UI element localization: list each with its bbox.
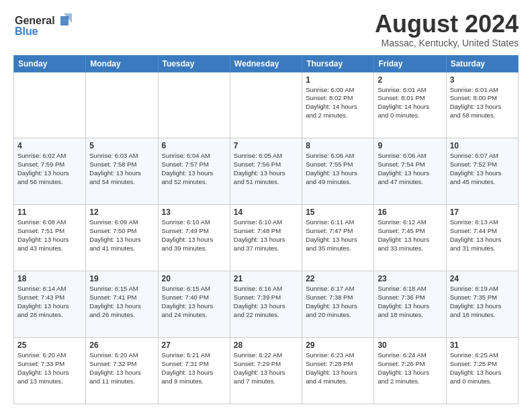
- day-cell: 8Sunrise: 6:06 AMSunset: 7:55 PMDaylight…: [302, 138, 374, 205]
- weekday-header-tuesday: Tuesday: [158, 55, 230, 72]
- day-cell: 21Sunrise: 6:16 AMSunset: 7:39 PMDayligh…: [230, 271, 302, 338]
- day-cell: 6Sunrise: 6:04 AMSunset: 7:57 PMDaylight…: [158, 138, 230, 205]
- weekday-header-row: SundayMondayTuesdayWednesdayThursdayFrid…: [14, 55, 519, 72]
- day-info: Sunrise: 6:02 AMSunset: 7:59 PMDaylight:…: [17, 152, 69, 185]
- day-info: Sunrise: 6:15 AMSunset: 7:41 PMDaylight:…: [89, 285, 141, 318]
- day-cell: 31Sunrise: 6:25 AMSunset: 7:25 PMDayligh…: [446, 338, 518, 404]
- day-number: 2: [378, 75, 442, 85]
- weekday-header-monday: Monday: [86, 55, 158, 72]
- day-number: 23: [378, 274, 442, 283]
- day-info: Sunrise: 6:23 AMSunset: 7:28 PMDaylight:…: [306, 351, 357, 384]
- day-number: 30: [378, 340, 442, 350]
- day-number: 5: [89, 141, 154, 150]
- day-info: Sunrise: 6:05 AMSunset: 7:56 PMDaylight:…: [234, 152, 285, 185]
- day-number: 24: [450, 274, 515, 283]
- day-info: Sunrise: 6:12 AMSunset: 7:45 PMDaylight:…: [378, 218, 429, 251]
- day-info: Sunrise: 6:01 AMSunset: 8:01 PMDaylight:…: [378, 86, 429, 119]
- day-info: Sunrise: 6:08 AMSunset: 7:51 PMDaylight:…: [17, 218, 69, 251]
- day-info: Sunrise: 6:24 AMSunset: 7:26 PMDaylight:…: [378, 351, 429, 384]
- day-cell: 24Sunrise: 6:19 AMSunset: 7:35 PMDayligh…: [446, 271, 518, 338]
- day-number: 28: [234, 340, 298, 350]
- logo-icon: General Blue: [13, 11, 74, 40]
- day-cell: [14, 72, 86, 138]
- day-cell: 10Sunrise: 6:07 AMSunset: 7:52 PMDayligh…: [446, 138, 518, 205]
- day-cell: 17Sunrise: 6:13 AMSunset: 7:44 PMDayligh…: [446, 205, 518, 271]
- day-number: 16: [378, 208, 442, 217]
- day-cell: [230, 72, 302, 138]
- day-info: Sunrise: 6:18 AMSunset: 7:36 PMDaylight:…: [378, 285, 429, 318]
- day-number: 15: [306, 208, 370, 217]
- day-number: 14: [234, 208, 298, 217]
- day-number: 25: [17, 340, 82, 350]
- day-info: Sunrise: 6:20 AMSunset: 7:32 PMDaylight:…: [89, 351, 141, 384]
- logo: General Blue: [13, 11, 74, 43]
- day-info: Sunrise: 6:07 AMSunset: 7:52 PMDaylight:…: [450, 152, 502, 185]
- day-number: 27: [162, 340, 226, 350]
- day-cell: 3Sunrise: 6:01 AMSunset: 8:00 PMDaylight…: [446, 72, 518, 138]
- calendar-table: SundayMondayTuesdayWednesdayThursdayFrid…: [13, 55, 519, 404]
- day-cell: 1Sunrise: 6:00 AMSunset: 8:02 PMDaylight…: [302, 72, 374, 138]
- day-info: Sunrise: 6:17 AMSunset: 7:38 PMDaylight:…: [306, 285, 357, 318]
- weekday-header-saturday: Saturday: [446, 55, 518, 72]
- day-number: 26: [89, 340, 154, 350]
- day-cell: 29Sunrise: 6:23 AMSunset: 7:28 PMDayligh…: [302, 338, 374, 404]
- weekday-header-sunday: Sunday: [14, 55, 86, 72]
- day-info: Sunrise: 6:00 AMSunset: 8:02 PMDaylight:…: [306, 86, 357, 119]
- day-info: Sunrise: 6:10 AMSunset: 7:49 PMDaylight:…: [162, 218, 214, 251]
- day-number: 19: [89, 274, 154, 283]
- day-number: 6: [162, 141, 226, 150]
- day-info: Sunrise: 6:09 AMSunset: 7:50 PMDaylight:…: [89, 218, 141, 251]
- day-number: 18: [17, 274, 82, 283]
- week-row-1: 1Sunrise: 6:00 AMSunset: 8:02 PMDaylight…: [14, 72, 519, 138]
- day-cell: 2Sunrise: 6:01 AMSunset: 8:01 PMDaylight…: [374, 72, 446, 138]
- day-info: Sunrise: 6:13 AMSunset: 7:44 PMDaylight:…: [450, 218, 502, 251]
- day-cell: 25Sunrise: 6:20 AMSunset: 7:33 PMDayligh…: [14, 338, 86, 404]
- day-info: Sunrise: 6:19 AMSunset: 7:35 PMDaylight:…: [450, 285, 502, 318]
- day-cell: 27Sunrise: 6:21 AMSunset: 7:31 PMDayligh…: [158, 338, 230, 404]
- day-info: Sunrise: 6:20 AMSunset: 7:33 PMDaylight:…: [17, 351, 69, 384]
- day-number: 4: [17, 141, 82, 150]
- day-number: 31: [450, 340, 515, 350]
- day-cell: [86, 72, 158, 138]
- day-number: 22: [306, 274, 370, 283]
- day-cell: 28Sunrise: 6:22 AMSunset: 7:29 PMDayligh…: [230, 338, 302, 404]
- day-number: 13: [162, 208, 226, 217]
- day-info: Sunrise: 6:15 AMSunset: 7:40 PMDaylight:…: [162, 285, 214, 318]
- month-year-title: August 2024: [375, 11, 519, 38]
- day-info: Sunrise: 6:10 AMSunset: 7:48 PMDaylight:…: [234, 218, 285, 251]
- day-number: 1: [306, 75, 370, 85]
- day-cell: 16Sunrise: 6:12 AMSunset: 7:45 PMDayligh…: [374, 205, 446, 271]
- day-cell: 11Sunrise: 6:08 AMSunset: 7:51 PMDayligh…: [14, 205, 86, 271]
- weekday-header-friday: Friday: [374, 55, 446, 72]
- day-number: 21: [234, 274, 298, 283]
- day-info: Sunrise: 6:06 AMSunset: 7:55 PMDaylight:…: [306, 152, 357, 185]
- day-cell: 13Sunrise: 6:10 AMSunset: 7:49 PMDayligh…: [158, 205, 230, 271]
- day-cell: 26Sunrise: 6:20 AMSunset: 7:32 PMDayligh…: [86, 338, 158, 404]
- day-cell: 7Sunrise: 6:05 AMSunset: 7:56 PMDaylight…: [230, 138, 302, 205]
- svg-text:Blue: Blue: [15, 26, 38, 37]
- page: General Blue August 2024 Massac, Kentuck…: [0, 0, 532, 411]
- day-info: Sunrise: 6:16 AMSunset: 7:39 PMDaylight:…: [234, 285, 285, 318]
- day-cell: 23Sunrise: 6:18 AMSunset: 7:36 PMDayligh…: [374, 271, 446, 338]
- day-info: Sunrise: 6:03 AMSunset: 7:58 PMDaylight:…: [89, 152, 141, 185]
- day-cell: 9Sunrise: 6:06 AMSunset: 7:54 PMDaylight…: [374, 138, 446, 205]
- weekday-header-wednesday: Wednesday: [230, 55, 302, 72]
- day-cell: 19Sunrise: 6:15 AMSunset: 7:41 PMDayligh…: [86, 271, 158, 338]
- day-cell: 18Sunrise: 6:14 AMSunset: 7:43 PMDayligh…: [14, 271, 86, 338]
- svg-marker-2: [60, 16, 69, 26]
- day-cell: 30Sunrise: 6:24 AMSunset: 7:26 PMDayligh…: [374, 338, 446, 404]
- week-row-2: 4Sunrise: 6:02 AMSunset: 7:59 PMDaylight…: [14, 138, 519, 205]
- day-info: Sunrise: 6:04 AMSunset: 7:57 PMDaylight:…: [162, 152, 214, 185]
- weekday-header-thursday: Thursday: [302, 55, 374, 72]
- day-number: 11: [17, 208, 82, 217]
- day-info: Sunrise: 6:21 AMSunset: 7:31 PMDaylight:…: [162, 351, 214, 384]
- week-row-4: 18Sunrise: 6:14 AMSunset: 7:43 PMDayligh…: [14, 271, 519, 338]
- day-info: Sunrise: 6:14 AMSunset: 7:43 PMDaylight:…: [17, 285, 69, 318]
- day-cell: 14Sunrise: 6:10 AMSunset: 7:48 PMDayligh…: [230, 205, 302, 271]
- day-info: Sunrise: 6:25 AMSunset: 7:25 PMDaylight:…: [450, 351, 502, 384]
- day-number: 3: [450, 75, 515, 85]
- day-cell: 4Sunrise: 6:02 AMSunset: 7:59 PMDaylight…: [14, 138, 86, 205]
- day-number: 10: [450, 141, 515, 150]
- day-cell: 15Sunrise: 6:11 AMSunset: 7:47 PMDayligh…: [302, 205, 374, 271]
- day-cell: 12Sunrise: 6:09 AMSunset: 7:50 PMDayligh…: [86, 205, 158, 271]
